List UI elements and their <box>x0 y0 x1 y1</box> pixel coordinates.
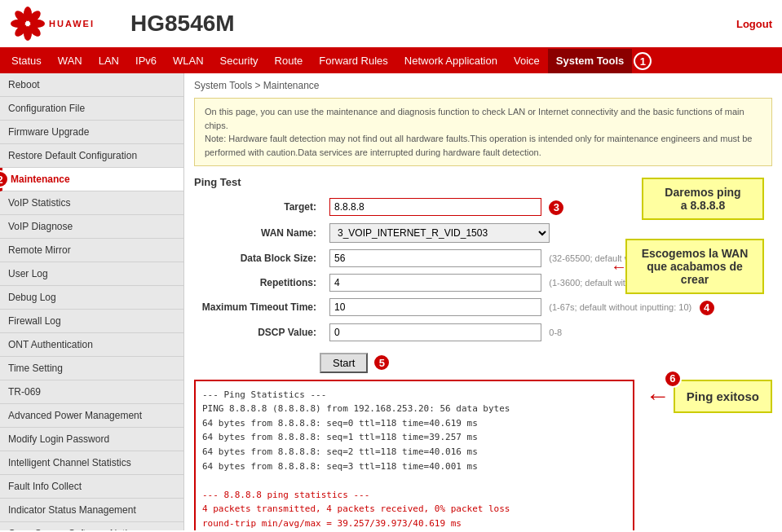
nav-system-tools[interactable]: System Tools <box>548 49 633 73</box>
info-line1: On this page, you can use the maintenanc… <box>205 107 744 130</box>
sidebar-item-firewall-log[interactable]: Firewall Log <box>0 310 183 333</box>
sidebar-item-firmware-upgrade[interactable]: Firmware Upgrade <box>0 121 183 144</box>
circle-4: 4 <box>698 299 716 317</box>
ping-line-1: --- Ping Statistics --- <box>202 389 326 400</box>
dscp-label: DSCP Value: <box>194 320 325 345</box>
sidebar-item-reboot[interactable]: Reboot <box>0 73 183 97</box>
callout-wan-text: Escogemos la WANque acabamos decrear <box>642 247 749 286</box>
wan-name-select[interactable]: 3_VOIP_INTERNET_R_VID_1503 <box>329 223 550 243</box>
sidebar-item-advanced-power-management[interactable]: Advanced Power Management <box>0 404 183 428</box>
breadcrumb: System Tools > Maintenance <box>194 80 772 91</box>
huawei-logo <box>10 6 46 42</box>
ping-stats-rtt: round-trip min/avg/max = 39.257/39.973/4… <box>202 518 462 529</box>
sidebar-item-voip-statistics[interactable]: VoIP Statistics <box>0 191 183 215</box>
sidebar-item-restore-default[interactable]: Restore Default Configuration <box>0 144 183 168</box>
sidebar-item-maintenance[interactable]: 2 Maintenance <box>0 168 183 191</box>
ping-line-4: 64 bytes from 8.8.8.8: seq=1 ttl=118 tim… <box>202 432 478 442</box>
circle-1: 1 <box>634 52 652 70</box>
callout-ping: Daremos pinga 8.8.8.8 <box>642 178 764 220</box>
arrow-wan: ← <box>611 257 627 276</box>
logout-button[interactable]: Logout <box>727 15 782 33</box>
max-timeout-row: Maximum Timeout Time: (1-67s; default wi… <box>194 295 772 320</box>
arrow-left-6: ← <box>646 384 670 408</box>
ping-line-2: PING 8.8.8.8 (8.8.8.8) from 192.168.253.… <box>202 403 510 414</box>
nav-forward-rules[interactable]: Forward Rules <box>311 49 396 73</box>
circle-6: 6 <box>664 370 682 388</box>
sidebar: Reboot Configuration File Firmware Upgra… <box>0 73 184 530</box>
callout-wan: Escogemos la WANque acabamos decrear ← <box>625 239 764 294</box>
sidebar-item-remote-mirror[interactable]: Remote Mirror <box>0 239 183 262</box>
repetitions-input[interactable] <box>329 274 541 292</box>
sidebar-item-indicator-status-management[interactable]: Indicator Status Management <box>0 499 183 522</box>
content-area: System Tools > Maintenance On this page,… <box>184 73 782 530</box>
sidebar-item-tr069[interactable]: TR-069 <box>0 380 183 404</box>
wan-name-label: WAN Name: <box>194 220 325 246</box>
target-input[interactable] <box>329 198 541 216</box>
nav-voice[interactable]: Voice <box>506 49 548 73</box>
circle-3: 3 <box>547 199 565 217</box>
target-label: Target: <box>194 195 325 220</box>
max-timeout-label: Maximum Timeout Time: <box>194 295 325 320</box>
sidebar-item-time-setting[interactable]: Time Setting <box>0 357 183 380</box>
sidebar-item-fault-info-collect[interactable]: Fault Info Collect <box>0 475 183 499</box>
ping-stats-header: --- 8.8.8.8 ping statistics --- <box>202 490 369 500</box>
model-name: HG8546M <box>130 11 727 37</box>
circle-2: 2 <box>0 170 9 188</box>
callout-ping-exitoso: Ping exitoso <box>674 380 772 413</box>
brand-label: HUAWEI <box>49 19 95 29</box>
logo-area: HUAWEI <box>0 6 114 42</box>
sidebar-item-open-source-software-notice[interactable]: Open Source Software Notice <box>0 522 183 530</box>
nav-route[interactable]: Route <box>267 49 311 73</box>
main-layout: Reboot Configuration File Firmware Upgra… <box>0 73 782 530</box>
sidebar-item-intelligent-channel-statistics[interactable]: Intelligent Channel Statistics <box>0 451 183 475</box>
nav-status[interactable]: Status <box>3 49 50 73</box>
content-inner: System Tools > Maintenance On this page,… <box>194 80 772 530</box>
data-block-label: Data Block Size: <box>194 246 325 270</box>
nav-ipv6[interactable]: IPv6 <box>127 49 165 73</box>
ping-output: --- Ping Statistics --- PING 8.8.8.8 (8.… <box>194 380 634 530</box>
nav-network-application[interactable]: Network Application <box>396 49 506 73</box>
nav-security[interactable]: Security <box>212 49 267 73</box>
sidebar-item-user-log[interactable]: User Log <box>0 262 183 286</box>
callout-ping-text: Daremos pinga 8.8.8.8 <box>665 186 740 212</box>
circle-5: 5 <box>373 354 391 372</box>
nav-wan[interactable]: WAN <box>50 49 91 73</box>
sidebar-item-ont-authentication[interactable]: ONT Authentication <box>0 333 183 357</box>
ping-stats-packets: 4 packets transmitted, 4 packets receive… <box>202 503 510 514</box>
repetitions-label: Repetitions: <box>194 270 325 295</box>
sidebar-item-modify-login-password[interactable]: Modify Login Password <box>0 428 183 451</box>
ping-line-6: 64 bytes from 8.8.8.8: seq=3 ttl=118 tim… <box>202 461 478 472</box>
nav-wlan[interactable]: WLAN <box>165 49 212 73</box>
ping-line-5: 64 bytes from 8.8.8.8: seq=2 ttl=118 tim… <box>202 446 478 457</box>
nav-lan[interactable]: LAN <box>91 49 127 73</box>
header: HUAWEI HG8546M Logout <box>0 0 782 49</box>
max-timeout-hint: (1-67s; default without inputting: 10) <box>549 302 691 312</box>
dscp-row: DSCP Value: 0-8 <box>194 320 772 345</box>
sidebar-item-voip-diagnose[interactable]: VoIP Diagnose <box>0 215 183 239</box>
sidebar-item-debug-log[interactable]: Debug Log <box>0 286 183 310</box>
ping-test-section: Ping Test Target: 3 WAN Name: <box>194 176 772 530</box>
info-box: On this page, you can use the maintenanc… <box>194 98 772 166</box>
max-timeout-input[interactable] <box>329 298 541 316</box>
dscp-input[interactable] <box>329 323 541 341</box>
start-button[interactable]: Start <box>320 353 368 373</box>
nav-bar: Status WAN LAN IPv6 WLAN Security Route … <box>0 49 782 73</box>
sidebar-item-configuration-file[interactable]: Configuration File <box>0 97 183 121</box>
ping-line-3: 64 bytes from 8.8.8.8: seq=0 ttl=118 tim… <box>202 418 478 429</box>
info-line2: Note: Hardware fault detection may not f… <box>205 134 752 157</box>
data-block-input[interactable] <box>329 249 541 267</box>
dscp-hint: 0-8 <box>549 328 562 337</box>
